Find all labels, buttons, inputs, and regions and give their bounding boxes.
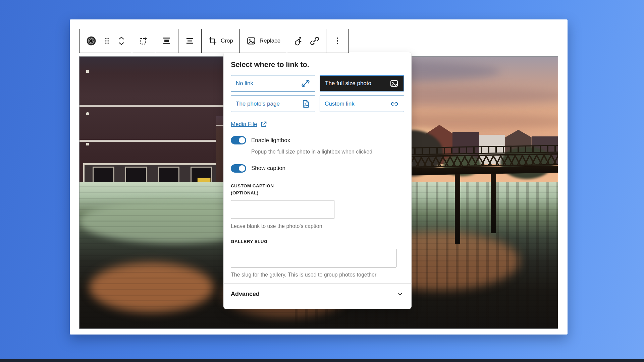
external-link-icon: [260, 121, 267, 128]
text-alignment-icon: [185, 36, 195, 46]
bottom-window-edge: [0, 359, 644, 362]
text-alignment-button[interactable]: [182, 33, 198, 49]
media-file-row: Media File: [231, 121, 404, 128]
drag-handle-icon: [103, 37, 111, 45]
custom-caption-label: CUSTOM CAPTION (OPTIONAL): [231, 183, 294, 197]
show-caption-row: Show caption: [231, 164, 404, 173]
enable-lightbox-row: Enable lightbox: [231, 136, 404, 144]
show-caption-toggle[interactable]: [231, 164, 246, 173]
editor-canvas: Crop Replace: [70, 19, 568, 335]
options-kebab-icon: [333, 36, 342, 46]
toggle-knob: [239, 137, 245, 143]
chevron-down-icon: [396, 290, 404, 298]
window-row: [86, 143, 219, 160]
block-mover: [114, 35, 128, 47]
link-option-full-size-photo[interactable]: The full size photo: [320, 75, 404, 92]
bridge-piling: [455, 174, 460, 244]
toolbar-group-block: [79, 29, 132, 53]
toggle-knob: [239, 165, 245, 172]
arched-window: [86, 112, 89, 115]
move-down-button[interactable]: [114, 41, 128, 47]
enable-lightbox-label: Enable lightbox: [251, 137, 290, 144]
link-option-photos-page[interactable]: The photo's page: [231, 96, 315, 112]
bridge-piling: [491, 174, 496, 233]
image-page-icon: [302, 100, 310, 108]
link-off-icon: [301, 79, 310, 88]
accessibility-button[interactable]: [290, 33, 307, 49]
move-down-icon: [117, 41, 125, 47]
divider: [224, 304, 411, 304]
custom-caption-input[interactable]: [231, 200, 334, 219]
toolbar-group-text-align: [178, 29, 202, 53]
block-alignment-button[interactable]: [159, 33, 175, 49]
expand-selection-button[interactable]: [136, 33, 152, 49]
show-caption-label: Show caption: [251, 165, 285, 172]
enable-lightbox-toggle[interactable]: [231, 136, 246, 144]
media-file-link[interactable]: Media File: [231, 121, 257, 128]
stone-band: [79, 140, 228, 142]
block-toolbar: Crop Replace: [79, 29, 349, 53]
window-row: [86, 112, 219, 137]
left-townhouse: [79, 56, 228, 198]
window: [86, 143, 89, 145]
accessibility-icon: [293, 36, 304, 46]
advanced-section-toggle[interactable]: Advanced: [231, 284, 404, 304]
toolbar-group-expand: [132, 29, 155, 53]
advanced-label: Advanced: [231, 291, 260, 298]
gallery-slug-input[interactable]: [231, 249, 396, 267]
link-option-label: No link: [236, 80, 253, 87]
link-option-label: The full size photo: [325, 80, 371, 87]
block-alignment-icon: [162, 36, 172, 46]
image-icon: [389, 79, 399, 88]
custom-link-icon: [390, 99, 399, 109]
move-up-button[interactable]: [114, 35, 128, 41]
replace-label: Replace: [260, 38, 280, 44]
link-icon: [310, 36, 320, 46]
replace-image-icon: [246, 36, 256, 46]
screen: Crop Replace: [0, 0, 644, 362]
link-option-no-link[interactable]: No link: [231, 75, 315, 92]
window: [86, 70, 89, 73]
toolbar-group-a11y-link: [287, 29, 326, 53]
toolbar-group-options: [326, 29, 348, 53]
crop-label: Crop: [221, 38, 233, 44]
link-option-label: The photo's page: [236, 101, 280, 107]
link-options-grid: No link The full size photo: [231, 75, 404, 112]
lightbox-help-text: Popup the full size photo in a lightbox …: [251, 148, 404, 156]
link-button[interactable]: [307, 33, 323, 49]
replace-button[interactable]: Replace: [243, 33, 283, 49]
custom-caption-help: Leave blank to use the photo's caption.: [231, 223, 404, 230]
photo-block-button[interactable]: [83, 33, 100, 49]
gallery-slug-label: GALLERY SLUG: [231, 238, 404, 245]
link-option-custom-link[interactable]: Custom link: [320, 96, 404, 112]
stone-band: [79, 105, 228, 107]
options-button[interactable]: [330, 34, 345, 48]
move-up-icon: [117, 35, 125, 41]
drag-handle-button[interactable]: [100, 34, 114, 48]
crop-button[interactable]: Crop: [205, 34, 236, 48]
toolbar-group-replace: Replace: [240, 29, 287, 53]
aperture-block-icon: [86, 36, 97, 46]
crop-icon: [208, 36, 217, 46]
window-row: [86, 70, 219, 99]
toolbar-group-align: [155, 29, 178, 53]
link-option-label: Custom link: [325, 101, 355, 107]
popover-title: Select where to link to.: [231, 60, 404, 69]
expand-selection-icon: [139, 36, 149, 46]
gallery-slug-help: The slug for the gallery. This is used t…: [231, 272, 404, 279]
link-settings-popover: Select where to link to. No link The ful…: [223, 52, 412, 309]
toolbar-group-crop: Crop: [202, 29, 240, 53]
